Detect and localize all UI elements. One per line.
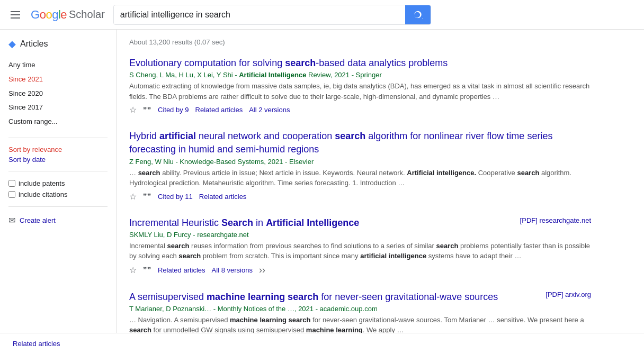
bottom-bar: Related articles [0, 333, 644, 354]
articles-section-header: ◆ Articles [8, 38, 108, 50]
filter-since-2020[interactable]: Since 2020 [8, 87, 108, 101]
result-item: Evolutionary computation for solving sea… [129, 57, 591, 115]
include-citations-label: include citations [19, 190, 68, 198]
search-button[interactable] [405, 5, 431, 24]
filter-custom-range[interactable]: Custom range... [8, 115, 108, 129]
result-4-meta: T Marianer, D Poznanski… - Monthly Notic… [129, 305, 591, 313]
result-1-journal: Artificial Intelligence [239, 71, 306, 79]
result-3-actions: ☆ ❞❞ Related articles All 8 versions ›› [129, 265, 591, 276]
search-form [113, 5, 431, 25]
search-input[interactable] [114, 6, 405, 24]
result-item: Hybrid artificial neural network and coo… [129, 130, 591, 201]
logo-google-text: Google [31, 8, 67, 22]
result-2-cited-by[interactable]: Cited by 11 [158, 193, 193, 201]
include-patents-row[interactable]: include patents [8, 178, 108, 189]
articles-icon: ◆ [8, 38, 16, 50]
result-4-author-marianer[interactable]: T Marianer [129, 305, 162, 313]
logo-o1: o [40, 8, 46, 21]
filter-since-2017[interactable]: Since 2017 [8, 101, 108, 115]
hamburger-menu[interactable] [8, 9, 22, 21]
result-1-related-articles[interactable]: Related articles [195, 106, 243, 114]
logo-g: G [31, 8, 40, 21]
create-alert-link[interactable]: ✉ Create alert [8, 213, 108, 228]
header: Google Scholar [0, 0, 644, 30]
result-3-quote-icon[interactable]: ❞❞ [143, 266, 151, 274]
main-layout: ◆ Articles Any time Since 2021 Since 202… [0, 30, 644, 354]
result-4-title[interactable]: A semisupervised machine learning search… [129, 292, 498, 302]
filter-since-2021[interactable]: Since 2021 [8, 72, 108, 87]
result-2-meta: Z Feng, W Niu - Knowledge-Based Systems,… [129, 158, 591, 166]
result-4-author-poznanski[interactable]: D Poznanski… [166, 305, 211, 313]
result-1-all-versions[interactable]: All 2 versions [249, 106, 290, 114]
result-2-quote-icon[interactable]: ❞❞ [143, 192, 151, 201]
result-1-star-icon[interactable]: ☆ [129, 105, 137, 115]
search-icon [413, 10, 423, 20]
filter-any-time[interactable]: Any time [8, 58, 108, 72]
result-2-title[interactable]: Hybrid artificial neural network and coo… [129, 131, 552, 155]
sort-by-relevance[interactable]: Sort by relevance [8, 144, 108, 155]
result-3-all-versions[interactable]: All 8 versions [212, 266, 253, 274]
logo[interactable]: Google Scholar [31, 8, 105, 22]
result-1-author-ma[interactable]: L Ma [160, 71, 175, 79]
include-citations-row[interactable]: include citations [8, 189, 108, 200]
sidebar-divider-2 [8, 171, 108, 171]
result-3-meta: SKMLY Liu, D Furcy - researchgate.net [129, 231, 591, 239]
result-1-actions: ☆ ❞❞ Cited by 9 Related articles All 2 v… [129, 105, 591, 115]
result-1-author-cheng[interactable]: S Cheng [129, 71, 156, 79]
result-3-related-articles[interactable]: Related articles [158, 266, 205, 274]
result-3-snippet: Incremental search reuses information fr… [129, 241, 591, 261]
result-3-more-icon[interactable]: ›› [259, 265, 265, 276]
result-1-snippet: Automatic extracting of knowledge from m… [129, 81, 591, 102]
result-3-pdf-link[interactable]: [PDF] researchgate.net [520, 216, 591, 224]
result-3-author-furcy[interactable]: D Furcy [167, 231, 191, 239]
include-citations-checkbox[interactable] [8, 191, 15, 198]
result-1-meta: S Cheng, L Ma, H Lu, X Lei, Y Shi - Arti… [129, 71, 591, 79]
result-2-related-articles[interactable]: Related articles [199, 193, 247, 201]
result-2-author-feng[interactable]: Z Feng [129, 158, 151, 166]
result-2-snippet: … search ability. Previous article in is… [129, 168, 591, 188]
sort-by-date[interactable]: Sort by date [8, 155, 108, 165]
result-1-quote-icon[interactable]: ❞❞ [143, 106, 151, 114]
results-info: About 13,200 results (0.07 sec) [129, 38, 591, 46]
result-1-author-lu[interactable]: H Lu [178, 71, 193, 79]
result-item: [PDF] researchgate.net Incremental Heuri… [129, 216, 591, 276]
sidebar: ◆ Articles Any time Since 2021 Since 202… [0, 30, 117, 354]
result-1-author-shi[interactable]: Y Shi [217, 71, 233, 79]
result-1-cited-by[interactable]: Cited by 9 [158, 106, 189, 114]
articles-label: Articles [20, 39, 48, 49]
logo-e: e [60, 8, 67, 21]
result-3-title[interactable]: Incremental Heuristic Search in Artifici… [129, 217, 359, 228]
sidebar-divider-1 [8, 138, 108, 138]
result-2-actions: ☆ ❞❞ Cited by 11 Related articles [129, 192, 591, 202]
logo-o2: o [46, 8, 52, 21]
time-filter-section: Any time Since 2021 Since 2020 Since 201… [8, 58, 108, 129]
sidebar-divider-3 [8, 206, 108, 207]
create-alert-label: Create alert [20, 216, 56, 224]
result-2-author-niu[interactable]: W Niu [155, 158, 173, 166]
envelope-icon: ✉ [8, 215, 15, 225]
logo-g2: g [52, 8, 58, 21]
result-1-title[interactable]: Evolutionary computation for solving sea… [129, 58, 448, 68]
related-articles-link[interactable]: Related articles [13, 340, 60, 348]
logo-scholar-text: Scholar [69, 8, 105, 21]
result-3-star-icon[interactable]: ☆ [129, 265, 137, 275]
result-1-author-lei[interactable]: X Lei [197, 71, 213, 79]
result-4-pdf-link[interactable]: [PDF] arxiv.org [545, 291, 591, 298]
include-patents-checkbox[interactable] [8, 180, 15, 187]
result-3-author-liu[interactable]: SKMLY Liu [129, 231, 163, 239]
sort-section: Sort by relevance Sort by date [8, 144, 108, 165]
checkbox-section: include patents include citations [8, 178, 108, 200]
include-patents-label: include patents [19, 179, 65, 187]
content-area: About 13,200 results (0.07 sec) Evolutio… [117, 30, 604, 354]
result-2-star-icon[interactable]: ☆ [129, 192, 137, 202]
